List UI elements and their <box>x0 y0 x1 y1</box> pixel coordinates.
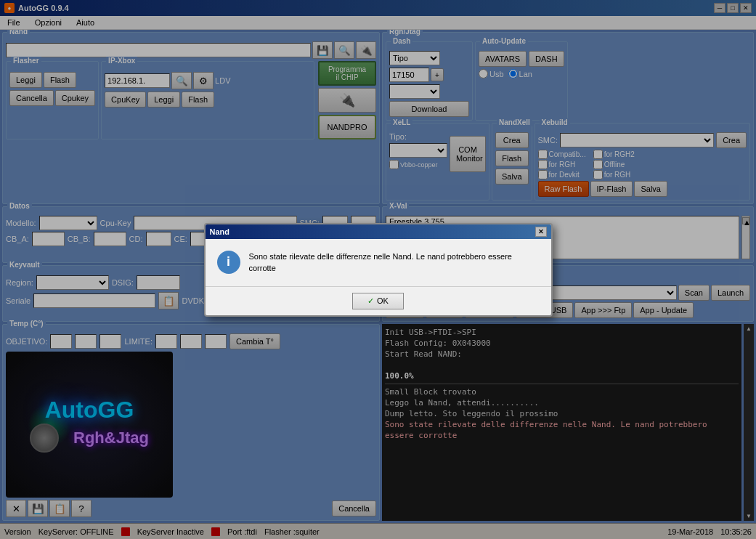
dialog-message: Sono state rilevate delle differenze nel… <box>249 251 540 275</box>
dialog-footer: ✓ OK <box>206 286 551 315</box>
dialog-title-bar: Nand ✕ <box>206 224 551 239</box>
dialog-body: i Sono state rilevate delle differenze n… <box>206 239 551 286</box>
main-window: ● AutoGG 0.9.4 ─ □ ✕ File Opzioni Aiuto … <box>0 0 756 539</box>
dialog-overlay: Nand ✕ i Sono state rilevate delle diffe… <box>0 0 756 539</box>
dialog-info-icon: i <box>217 251 240 274</box>
nand-dialog: Nand ✕ i Sono state rilevate delle diffe… <box>204 223 553 317</box>
dialog-ok-button[interactable]: ✓ OK <box>352 293 404 309</box>
dialog-title: Nand <box>210 227 230 236</box>
dialog-close-button[interactable]: ✕ <box>535 227 547 237</box>
